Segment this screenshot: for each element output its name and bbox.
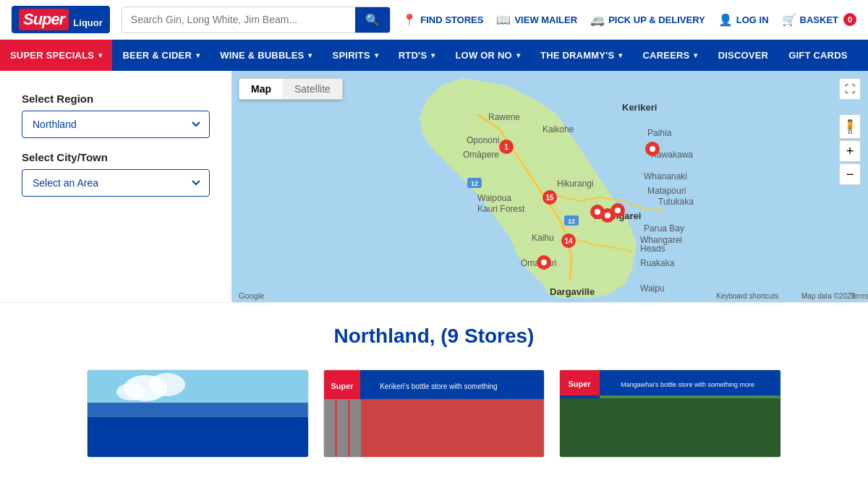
svg-text:Kerikeri: Kerikeri [622,102,657,113]
basket-button[interactable]: 🛒 BASKET 0 [782,13,856,27]
svg-text:Whananaki: Whananaki [644,171,687,181]
svg-text:Waipoua: Waipoua [477,193,511,203]
map-fullscreen-button[interactable]: ⛶ [839,78,861,100]
login-button[interactable]: 👤 LOG IN [718,13,769,27]
svg-rect-69 [560,395,600,398]
view-mailer-label: VIEW MAILER [514,14,577,25]
view-mailer-button[interactable]: 📖 VIEW MAILER [496,13,577,27]
svg-text:Matapouri: Matapouri [647,186,686,196]
svg-text:12: 12 [471,180,478,187]
svg-point-43 [541,260,547,265]
svg-point-41 [615,207,621,213]
svg-rect-61 [324,399,335,457]
nav-label-super-specials: SUPER SPECIALS [10,50,94,61]
nav-label-discover: DISCOVER [718,50,769,61]
sidebar: Select Region Northland Auckland Waikato… [0,71,231,302]
svg-point-53 [149,373,185,396]
chevron-down-icon-8: ▾ [694,51,697,59]
store-card-2[interactable]: Super Kerikeri's bottle store with somet… [323,369,545,458]
svg-point-54 [116,383,145,401]
header-actions: 📍 FIND STORES 📖 VIEW MAILER 🚐 PICK UP & … [402,13,856,27]
nav-label-spirits: SPIRITS [333,50,370,61]
map-svg: 1 15 14 12 12 Kerikeri Paihia Kawakawa K… [231,71,868,302]
store-count-title: Northland, (9 Stores) [14,325,854,348]
nav-item-rtds[interactable]: RTD'S ▾ [388,40,446,71]
city-label: Select City/Town [22,151,210,163]
store-card-3[interactable]: Super Mangawhai's bottle store with some… [559,369,781,458]
chevron-down-icon-6: ▾ [516,51,520,59]
nav-item-drammys[interactable]: THE DRAMMY'S ▾ [530,40,632,71]
svg-text:Dargaville: Dargaville [550,286,595,297]
nav-label-gift-cards: GIFT CARDS [788,50,847,61]
chevron-down-icon-4: ▾ [375,51,378,59]
svg-text:Heads: Heads [640,244,665,254]
svg-point-39 [605,213,610,218]
map-pin-icon: 📍 [402,13,417,27]
city-select[interactable]: Select an Area Whangarei Kerikeri Dargav… [22,169,210,197]
pickup-delivery-label: PICK UP & DELIVERY [608,14,705,25]
basket-count: 0 [843,13,856,26]
header: Super Liquor 🔍 📍 FIND STORES 📖 VIEW MAIL… [0,0,868,40]
nav-label-careers: CAREERS [643,50,690,61]
chevron-down-icon-5: ▾ [431,51,435,59]
svg-text:Tutukaka: Tutukaka [658,197,694,207]
map-controls: 🧍 + − [839,114,861,185]
find-stores-button[interactable]: 📍 FIND STORES [402,13,483,27]
map-container[interactable]: Map Satellite ⛶ 🧍 + − [231,71,868,302]
store-count-section: Northland, (9 Stores) [0,302,868,362]
zoom-in-button[interactable]: + [839,140,861,162]
map-tab-satellite[interactable]: Satellite [283,79,342,99]
chevron-down-icon-3: ▾ [308,51,312,59]
nav-item-wine-bubbles[interactable]: WINE & BUBBLES ▾ [210,40,322,71]
cart-icon: 🛒 [782,13,796,27]
zoom-out-button[interactable]: − [839,163,861,185]
search-input[interactable] [122,7,355,33]
street-view-button[interactable]: 🧍 [839,114,861,139]
nav-label-beer-cider: BEER & CIDER [122,50,192,61]
mailer-icon: 📖 [496,13,511,27]
svg-text:Opononi: Opononi [467,135,499,145]
svg-rect-50 [88,403,308,424]
store-card-1[interactable]: Super [87,369,309,458]
search-bar: 🔍 [122,7,391,33]
nav-item-discover[interactable]: DISCOVER [708,40,779,71]
nav-item-beer-cider[interactable]: BEER & CIDER ▾ [112,40,210,71]
logo-super-text: Super [23,10,64,28]
nav-item-super-specials[interactable]: SUPER SPECIALS ▾ [0,40,112,71]
find-stores-label: FIND STORES [420,14,483,25]
svg-text:Google: Google [239,291,264,300]
main-content: Select Region Northland Auckland Waikato… [0,71,868,302]
region-label: Select Region [22,93,210,105]
svg-text:Rawene: Rawene [488,112,520,122]
svg-text:Super: Super [569,380,592,388]
nav-label-low-or-no: LOW OR NO [455,50,511,61]
pickup-delivery-button[interactable]: 🚐 PICK UP & DELIVERY [590,13,705,27]
search-button[interactable]: 🔍 [355,7,390,33]
nav-item-spirits[interactable]: SPIRITS ▾ [323,40,388,71]
nav-item-careers[interactable]: CAREERS ▾ [633,40,708,71]
svg-text:Terms: Terms [850,292,868,300]
main-nav: SUPER SPECIALS ▾ BEER & CIDER ▾ WINE & B… [0,40,868,71]
svg-text:Ruakaka: Ruakaka [640,258,675,268]
nav-label-rtds: RTD'S [399,50,427,61]
nav-label-wine-bubbles: WINE & BUBBLES [220,50,304,61]
region-select[interactable]: Northland Auckland Waikato Bay of Plenty… [22,111,210,138]
chevron-down-icon: ▾ [98,51,102,59]
chevron-down-icon-2: ▾ [196,51,200,59]
svg-text:Waipu: Waipu [640,283,665,294]
svg-text:Kerikeri's bottle store with s: Kerikeri's bottle store with something [380,382,498,390]
svg-text:Super: Super [183,433,212,445]
svg-text:Paihia: Paihia [647,128,672,138]
svg-text:Te Kopuru: Te Kopuru [503,301,542,302]
svg-text:Keyboard shortcuts: Keyboard shortcuts [716,292,778,300]
nav-item-gift-cards[interactable]: GIFT CARDS [778,40,857,71]
login-label: LOG IN [736,14,769,25]
nav-item-low-or-no[interactable]: LOW OR NO ▾ [445,40,530,71]
map-tab-map[interactable]: Map [239,79,283,99]
svg-point-35 [650,146,655,152]
person-icon: 🧍 [842,119,858,134]
svg-text:Kaikohe: Kaikohe [542,124,574,134]
store-cards: Super Super Kerikeri's bottle store with… [0,362,868,472]
svg-text:14: 14 [564,237,573,245]
logo[interactable]: Super Liquor [12,6,110,33]
